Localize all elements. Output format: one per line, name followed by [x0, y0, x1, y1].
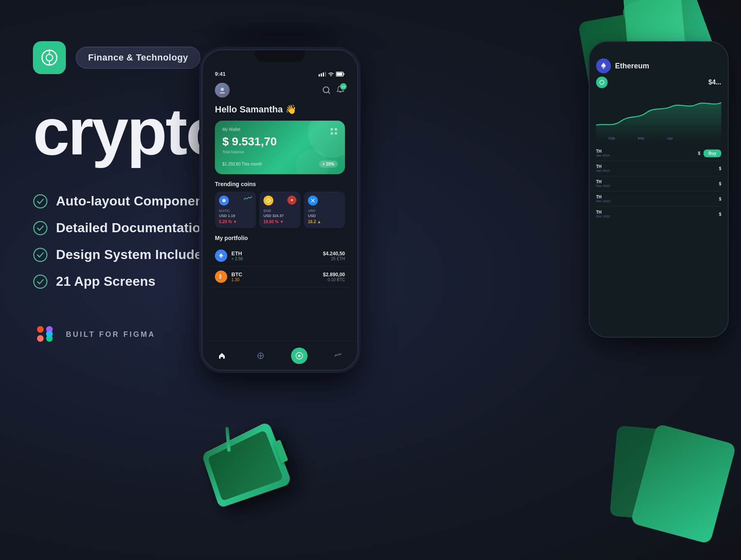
svg-rect-28: [331, 132, 333, 135]
portfolio-title: My portfolio: [211, 235, 349, 241]
eth-value: $4.240,50: [323, 251, 345, 257]
svg-rect-17: [319, 74, 320, 77]
svg-rect-8: [37, 326, 44, 333]
status-bar: 9:41: [211, 71, 349, 77]
wallet-card: My Wallet $ 9.531,70 Total balance $1.25…: [215, 121, 345, 174]
nav-activity[interactable]: [330, 348, 346, 364]
svg-point-35: [298, 355, 301, 357]
coin-card-matic[interactable]: MATIC USD 1.19 5.20 % ▼: [215, 191, 256, 228]
coin-price-matic: USD 1.19: [219, 214, 252, 218]
eth-amount: 25 ETH: [323, 257, 345, 261]
svg-marker-31: [266, 198, 270, 203]
coin-change-bnb: 19.60 % ▼: [263, 219, 296, 224]
svg-rect-29: [335, 132, 337, 135]
buy-button[interactable]: Buy: [704, 149, 721, 157]
coin-change-xrp: 16.2 ▲: [308, 219, 341, 224]
svg-rect-26: [331, 128, 333, 131]
svg-point-7: [34, 275, 47, 288]
status-icons: [319, 72, 345, 77]
trending-title: Trending coins: [211, 181, 349, 187]
eth-header: Ethereum: [596, 58, 721, 73]
portfolio-btc-row[interactable]: ₿ BTC 1.30 $2.890,00 0.10 BTC: [211, 266, 349, 287]
svg-rect-19: [323, 72, 324, 77]
svg-point-24: [221, 88, 224, 91]
svg-text:Feb: Feb: [608, 136, 615, 140]
wallet-percent: + 20%: [319, 161, 338, 168]
wallet-month: $1.250,80 This month: [222, 162, 262, 166]
coin-name-xrp: XRP: [308, 209, 341, 213]
user-avatar: [215, 83, 230, 98]
svg-point-30: [222, 199, 226, 202]
eth-icon: [596, 58, 611, 73]
coin-name-bnb: BNB: [263, 209, 296, 213]
coin-price-xrp: USD: [308, 214, 341, 218]
wallet-balance: $ 9.531,70: [222, 135, 338, 148]
feature-text-2: Detailed Documentation: [56, 220, 209, 236]
nav-wallet[interactable]: [291, 348, 308, 364]
feature-text-4: 21 App Screens: [56, 274, 156, 289]
status-time: 9:41: [215, 71, 226, 77]
eth-change: + 2.56: [231, 257, 243, 261]
wallet-label: My Wallet: [222, 127, 240, 132]
btc-symbol: BTC: [231, 271, 242, 278]
svg-text:₿: ₿: [219, 274, 221, 279]
notification-badge: 24: [340, 83, 347, 90]
btc-amount: 0.10 BTC: [323, 278, 345, 282]
coin-change-matic: 5.20 % ▼: [219, 219, 252, 224]
nav-home[interactable]: [214, 348, 230, 364]
transaction-list: TH Jan 2023 $ Buy TH Jan 2023 $ TH Dec 2: [596, 146, 721, 222]
svg-rect-27: [335, 128, 337, 131]
svg-point-4: [34, 195, 47, 208]
btc-change: 1.30: [231, 278, 242, 282]
svg-rect-12: [46, 331, 53, 337]
feature-text-1: Auto-layout Components: [56, 194, 215, 209]
svg-rect-22: [344, 73, 345, 75]
eth-chart: Feb Mar Apr: [596, 92, 721, 142]
svg-rect-9: [37, 335, 44, 342]
coin-card-xrp[interactable]: XRP USD 16.2 ▲: [304, 191, 345, 228]
coin-name-matic: MATIC: [219, 209, 252, 213]
svg-point-13: [600, 80, 604, 84]
svg-text:Apr: Apr: [667, 136, 673, 140]
btc-value: $2.890,00: [323, 272, 345, 278]
notification-icon[interactable]: 24: [336, 85, 345, 96]
phone-header: 24: [211, 83, 349, 98]
svg-text:Mar: Mar: [638, 136, 644, 140]
feature-text-3: Design System Included: [56, 247, 210, 262]
eth-portfolio-icon: [215, 250, 227, 262]
search-icon[interactable]: [322, 86, 331, 95]
wallet-sub-label: Total balance: [222, 150, 338, 154]
category-badge: Finance & Technology: [76, 47, 200, 69]
coin-card-bnb[interactable]: BNB USD 324.37 19.60 % ▼: [259, 191, 301, 228]
svg-rect-23: [337, 72, 343, 75]
svg-rect-18: [321, 73, 322, 77]
eth-title: Ethereum: [615, 62, 649, 70]
header-actions: 24: [322, 85, 345, 96]
btc-portfolio-icon: ₿: [215, 271, 227, 283]
wallet-menu-icon[interactable]: [330, 128, 338, 135]
coins-row: MATIC USD 1.19 5.20 % ▼ BNB U: [211, 191, 349, 228]
coin-price-bnb: USD 324.37: [263, 214, 296, 218]
eth-symbol: ETH: [231, 250, 243, 257]
portfolio-eth-row[interactable]: ETH + 2.56 $4.240,50 25 ETH: [211, 245, 349, 266]
bottom-nav: [203, 341, 357, 370]
svg-rect-20: [325, 72, 326, 77]
badge-label: Finance & Technology: [88, 52, 188, 63]
svg-point-5: [34, 222, 47, 235]
svg-point-1: [46, 54, 53, 61]
nav-explore[interactable]: [252, 348, 269, 364]
greeting-text: Hello Samantha 👋: [211, 104, 349, 115]
app-logo: [33, 41, 66, 74]
wallet-footer: $1.250,80 This month + 20%: [222, 161, 338, 168]
figma-label: BUILT FOR FIGMA: [66, 330, 156, 339]
svg-point-6: [34, 248, 47, 261]
